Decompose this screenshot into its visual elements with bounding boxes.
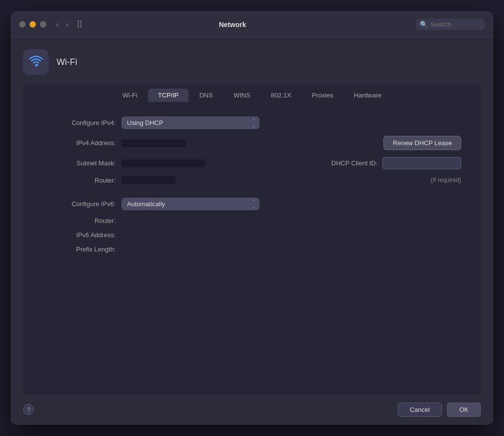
tab-wins[interactable]: WINS	[223, 89, 260, 102]
tab-tcpip[interactable]: TCP/IP	[148, 89, 189, 102]
dhcp-client-input[interactable]	[382, 157, 461, 169]
panel: Configure IPv4: Using DHCP Manually BOOT…	[23, 102, 481, 395]
close-button[interactable]	[19, 21, 26, 28]
configure-ipv4-select-wrapper: Using DHCP Manually BOOTP Off	[122, 117, 259, 129]
configure-ipv6-label: Configure IPv6:	[43, 200, 122, 208]
router-value	[122, 176, 176, 184]
footer-buttons: Cancel OK	[398, 403, 481, 417]
tab-wifi[interactable]: Wi-Fi	[113, 89, 147, 102]
router-row: Router: (If required)	[43, 176, 461, 184]
ipv6-address-label: IPv6 Address:	[43, 231, 122, 239]
cancel-button[interactable]: Cancel	[398, 403, 442, 417]
ipv6-address-row: IPv6 Address:	[43, 231, 461, 239]
window-controls	[19, 21, 46, 28]
wifi-icon	[28, 54, 44, 70]
minimize-button[interactable]	[30, 21, 36, 28]
network-window: ‹ › ⠿ Network 🔍 Wi-Fi	[11, 11, 493, 425]
renew-dhcp-button[interactable]: Renew DHCP Lease	[383, 136, 461, 150]
tab-dns[interactable]: DNS	[189, 89, 222, 102]
search-input[interactable]	[431, 21, 480, 28]
if-required-label: (If required)	[431, 177, 461, 184]
ipv4-address-block: IPv4 Address: Renew DHCP Lease Subnet Ma…	[43, 136, 461, 184]
wifi-icon-box	[23, 49, 49, 75]
subnet-mask-row: Subnet Mask: DHCP Client ID:	[43, 157, 461, 169]
tabs-bar: Wi-Fi TCP/IP DNS WINS 802.1X Proxies Har…	[23, 85, 481, 102]
tab-8021x[interactable]: 802.1X	[261, 89, 301, 102]
configure-ipv4-row: Configure IPv4: Using DHCP Manually BOOT…	[43, 117, 461, 129]
configure-ipv4-label: Configure IPv4:	[43, 119, 122, 126]
help-button[interactable]: ?	[23, 404, 34, 415]
dhcp-client-label: DHCP Client ID:	[331, 159, 378, 167]
ok-button[interactable]: OK	[447, 403, 481, 417]
ipv4-address-label: IPv4 Address:	[43, 139, 122, 147]
maximize-button[interactable]	[40, 21, 46, 28]
prefix-length-label: Prefix Length:	[43, 246, 122, 253]
subnet-mask-label: Subnet Mask:	[43, 159, 122, 167]
configure-ipv6-row: Configure IPv6: Automatically Manually O…	[43, 198, 461, 210]
ipv6-router-label: Router:	[43, 217, 122, 224]
ipv6-section: Configure IPv6: Automatically Manually O…	[43, 198, 461, 253]
ipv4-section: Configure IPv4: Using DHCP Manually BOOT…	[43, 117, 461, 184]
configure-ipv6-select-wrapper: Automatically Manually Off	[122, 198, 259, 210]
configure-ipv6-select[interactable]: Automatically Manually Off	[122, 198, 259, 210]
configure-ipv4-select[interactable]: Using DHCP Manually BOOTP Off	[122, 117, 259, 129]
svg-point-0	[35, 64, 37, 66]
titlebar-title: Network	[49, 21, 416, 29]
prefix-length-row: Prefix Length:	[43, 246, 461, 253]
router-label: Router:	[43, 177, 122, 184]
ipv6-router-row: Router:	[43, 217, 461, 224]
dhcp-client-id-row: DHCP Client ID:	[331, 157, 461, 169]
main-content: Wi-Fi Wi-Fi TCP/IP DNS WINS 802.1X Proxi…	[11, 37, 493, 395]
wifi-header: Wi-Fi	[23, 49, 481, 75]
ipv4-address-value	[122, 139, 186, 147]
footer: ? Cancel OK	[11, 395, 493, 424]
ipv4-address-row: IPv4 Address: Renew DHCP Lease	[43, 136, 461, 150]
search-icon: 🔍	[420, 21, 428, 28]
titlebar: ‹ › ⠿ Network 🔍	[11, 12, 493, 37]
search-box[interactable]: 🔍	[416, 19, 485, 30]
tab-hardware[interactable]: Hardware	[344, 89, 391, 102]
subnet-mask-value	[122, 159, 205, 167]
wifi-name: Wi-Fi	[57, 57, 77, 67]
tab-proxies[interactable]: Proxies	[302, 89, 343, 102]
